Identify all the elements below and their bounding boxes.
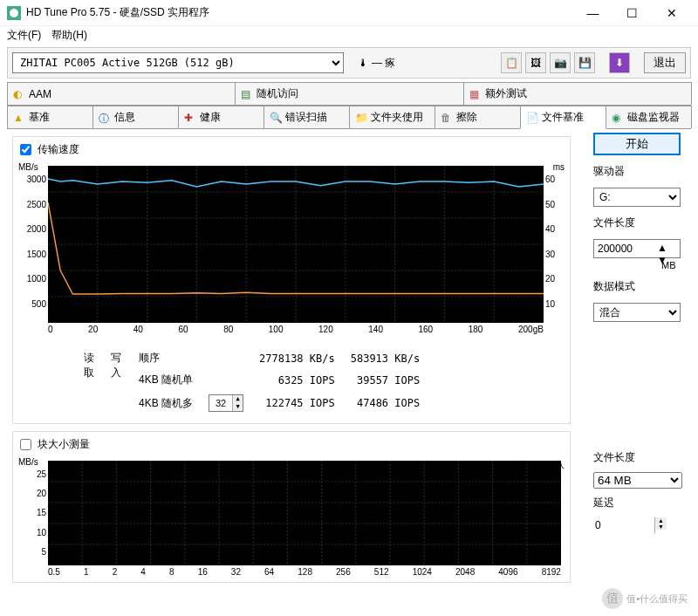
drive-label: 驱动器 [593,164,682,179]
filelen2-label: 文件长度 [593,450,682,465]
tab-AAM[interactable]: ◐AAM [7,82,236,105]
tab-icon: ◉ [612,112,624,124]
table-row: 4KB 随机多▲▼122745 IOPS47486 IOPS [132,392,427,414]
thermometer-icon: 🌡 [358,57,368,69]
tab-错误扫描[interactable]: 🔍错误扫描 [263,106,350,128]
y-axis-unit: MB/s [18,162,38,172]
tab-row-2: ▲基准ⓘ信息✚健康🔍错误扫描📁文件夹使用🗑擦除📄文件基准◉磁盘监视器 [7,106,691,129]
side-controls-2: 文件长度 64 MB 延迟 ▲▼ [593,450,682,533]
close-button[interactable]: ✕ [652,0,691,26]
tab-随机访问[interactable]: ▤随机访问 [235,82,463,105]
tab-额外测试[interactable]: ▦额外测试 [463,82,692,105]
tab-擦除[interactable]: 🗑擦除 [435,106,521,128]
app-icon [7,6,21,20]
tab-文件基准[interactable]: 📄文件基准 [520,106,606,129]
copy-image-button[interactable]: 🖼 [525,52,546,73]
copy-text-button[interactable]: 📋 [501,52,522,73]
table-row: 4KB 随机单6325 IOPS39557 IOPS [132,370,427,390]
transfer-chart: MB/s ms 30002500200015001000500 60504030… [13,162,570,339]
delay-input[interactable]: ▲▼ [593,517,682,533]
tab-文件夹使用[interactable]: 📁文件夹使用 [349,106,435,128]
block-panel: 块大小测量 MB/s 读取 写入 252015105 0.51248163264… [12,431,571,583]
filelen-label: 文件长度 [593,216,682,230]
delay-label: 延迟 [593,496,682,510]
transfer-speed-checkbox[interactable] [20,144,31,155]
tab-icon: ◐ [13,88,25,100]
y2-axis-unit: ms [553,162,565,172]
toolbar: ZHITAI PC005 Active 512GB (512 gB) 🌡 — 瘃… [7,47,691,79]
menu-bar: 文件(F) 帮助(H) [0,26,698,45]
block-size-label: 块大小测量 [38,438,90,450]
datamode-select[interactable]: 混合 [593,303,681,322]
block-chart: MB/s 读取 写入 252015105 0.51248163264128256… [13,457,570,582]
menu-file[interactable]: 文件(F) [7,28,41,44]
tab-icon: ▦ [469,88,482,100]
window-title: HD Tune Pro 5.75 - 硬盘/SSD 实用程序 [26,5,573,20]
thread-count-spinner[interactable]: ▲▼ [209,394,243,412]
results-table: 读取写入 顺序2778138 KB/s583913 KB/s4KB 随机单632… [13,339,570,423]
tab-icon: 📄 [526,112,538,124]
drive-select[interactable]: ZHITAI PC005 Active 512GB (512 gB) [12,52,344,73]
tab-icon: 🔍 [270,112,282,124]
options-button[interactable]: ⬇ [609,52,630,73]
tab-icon: ✚ [184,112,196,124]
transfer-panel: 传输速度 MB/s ms 30002500200015001000500 605… [12,136,571,424]
transfer-speed-label: 传输速度 [38,143,79,155]
tab-icon: ⓘ [99,112,111,124]
tab-row-1: ◐AAM▤随机访问▦额外测试 [7,82,691,106]
datamode-label: 数据模式 [593,279,682,294]
temperature-value: — 瘃 [372,56,395,71]
tab-健康[interactable]: ✚健康 [178,106,264,128]
screenshot-button[interactable]: 📷 [550,52,571,73]
maximize-button[interactable]: ☐ [612,0,652,26]
filelen-input[interactable]: ▲▼ [593,239,681,258]
tab-信息[interactable]: ⓘ信息 [92,106,179,128]
drive-letter-select[interactable]: G: [593,188,681,207]
watermark: 值值•什么值得买 [602,588,688,609]
block-size-checkbox[interactable] [20,439,31,450]
menu-help[interactable]: 帮助(H) [51,28,87,44]
title-bar: HD Tune Pro 5.75 - 硬盘/SSD 实用程序 — ☐ ✕ [0,0,698,26]
tab-icon: 🗑 [441,112,453,124]
start-button[interactable]: 开始 [593,133,681,155]
tab-icon: ▤ [241,88,253,100]
save-button[interactable]: 💾 [574,52,595,73]
block-y-unit: MB/s [18,457,38,467]
tab-基准[interactable]: ▲基准 [7,106,93,128]
tab-icon: ▲ [13,112,25,124]
minimize-button[interactable]: — [573,0,612,26]
exit-button[interactable]: 退出 [644,52,686,73]
filelen2-select[interactable]: 64 MB [593,472,682,489]
side-controls: 开始 驱动器 G: 文件长度 ▲▼ MB 数据模式 混合 [593,133,682,322]
svg-point-1 [10,9,18,17]
table-row: 顺序2778138 KB/s583913 KB/s [132,348,427,368]
tab-icon: 📁 [355,112,367,124]
tab-磁盘监视器[interactable]: ◉磁盘监视器 [606,106,692,128]
